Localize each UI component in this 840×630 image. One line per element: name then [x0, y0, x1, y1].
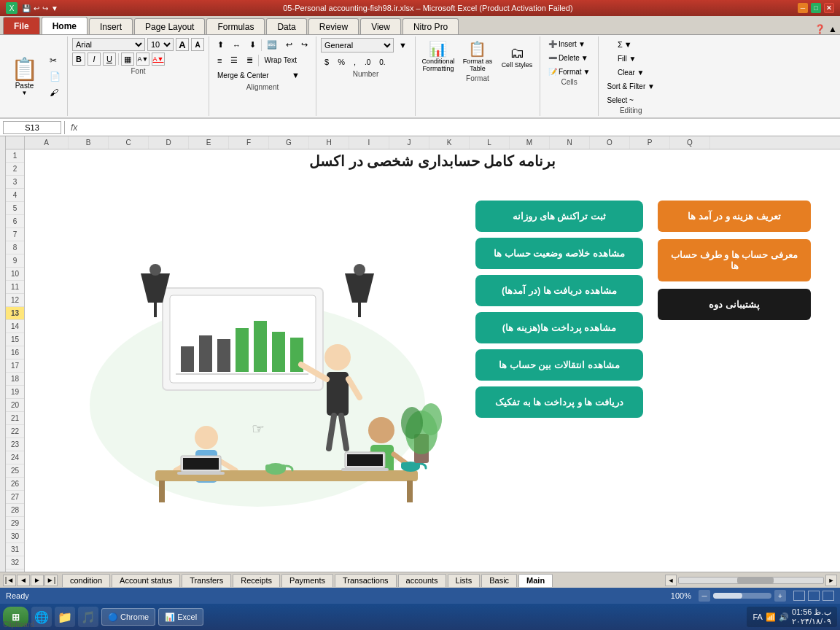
minimize-button[interactable]: ─ — [798, 3, 808, 13]
copy-button[interactable]: 📄 — [46, 69, 64, 84]
comma-button[interactable]: , — [350, 55, 359, 69]
conditional-formatting-button[interactable]: 📊 ConditionalFormatting — [420, 38, 456, 74]
sheet-tab-accounts[interactable]: accounts — [398, 574, 446, 587]
increase-font-button[interactable]: A — [176, 38, 189, 51]
undo-icon[interactable]: ↩ — [34, 4, 39, 12]
format-as-table-button[interactable]: 📋 Format as Table — [459, 38, 496, 74]
row-18[interactable]: 18 — [6, 373, 24, 386]
col-header-M[interactable]: M — [510, 136, 550, 149]
page-layout-view-button[interactable] — [808, 591, 820, 601]
tab-file[interactable]: File — [3, 17, 40, 34]
col-header-I[interactable]: I — [349, 136, 389, 149]
row-17[interactable]: 17 — [6, 359, 24, 373]
align-right-button[interactable]: ≣ — [243, 53, 257, 67]
tab-insert[interactable]: Insert — [89, 18, 133, 34]
insert-button[interactable]: ➕ Insert ▼ — [545, 38, 594, 50]
col-header-N[interactable]: N — [550, 136, 590, 149]
col-header-Q[interactable]: Q — [670, 136, 710, 149]
row-3[interactable]: 3 — [6, 176, 24, 189]
text-direction-button[interactable]: 🔤 — [263, 38, 281, 52]
row-12[interactable]: 12 — [6, 294, 24, 307]
scroll-right-button[interactable]: ► — [825, 575, 837, 586]
row-31[interactable]: 31 — [6, 543, 24, 556]
zoom-out-button[interactable]: ─ — [699, 590, 710, 602]
col-header-H[interactable]: H — [309, 136, 349, 149]
row-2[interactable]: 2 — [6, 163, 24, 176]
row-30[interactable]: 30 — [6, 530, 24, 543]
page-break-view-button[interactable] — [822, 591, 834, 601]
underline-button[interactable]: U — [103, 52, 116, 66]
taskbar-ie-icon[interactable]: 🌐 — [31, 607, 52, 627]
format-cell-button[interactable]: 📝 Format ▼ — [545, 66, 594, 78]
merge-center-button[interactable]: Merge & Center — [214, 69, 287, 82]
col-header-C[interactable]: C — [109, 136, 149, 149]
tab-review[interactable]: Review — [308, 18, 359, 34]
decimal-dec-button[interactable]: 0. — [376, 55, 389, 69]
row-19[interactable]: 19 — [6, 386, 24, 399]
col-header-P[interactable]: P — [630, 136, 670, 149]
row-15[interactable]: 15 — [6, 333, 24, 346]
close-button[interactable]: ✕ — [824, 3, 834, 13]
tab-data[interactable]: Data — [266, 18, 306, 34]
col-header-G[interactable]: G — [269, 136, 309, 149]
paste-dropdown-icon[interactable]: ▼ — [22, 90, 28, 96]
minimize-ribbon-icon[interactable]: ▲ — [828, 24, 837, 34]
col-header-E[interactable]: E — [189, 136, 229, 149]
row-10[interactable]: 10 — [6, 268, 24, 281]
align-top-button[interactable]: ⬆ — [214, 38, 228, 52]
col-header-A[interactable]: A — [25, 136, 69, 149]
row-11[interactable]: 11 — [6, 281, 24, 294]
indent-dec-button[interactable]: ↩ — [282, 38, 296, 52]
wrap-text-button[interactable]: Wrap Text — [260, 54, 300, 66]
row-22[interactable]: 22 — [6, 425, 24, 438]
row-5[interactable]: 5 — [6, 202, 24, 215]
sheet-next-button[interactable]: ► — [31, 575, 44, 586]
clear-button[interactable]: Clear ▼ — [614, 66, 648, 79]
row-13[interactable]: 13 — [6, 307, 24, 320]
normal-view-button[interactable] — [793, 591, 805, 601]
col-header-J[interactable]: J — [389, 136, 429, 149]
align-left-button[interactable]: ≡ — [214, 54, 225, 67]
introduce-accounts-button[interactable]: معرفی حساب ها و طرف حساب ها — [658, 239, 811, 281]
align-center-button[interactable]: ☰ — [227, 53, 241, 67]
sheet-prev-button[interactable]: ◄ — [17, 575, 30, 586]
autosum-button[interactable]: Σ▼ — [614, 38, 648, 51]
dropdown-icon[interactable]: ▼ — [51, 4, 58, 12]
zoom-slider[interactable] — [713, 593, 771, 599]
number-format-select[interactable]: General — [321, 38, 394, 52]
horizontal-scrollbar[interactable] — [678, 577, 824, 584]
find-select-button[interactable]: Select ~ — [603, 94, 658, 106]
tab-nitro[interactable]: Nitro Pro — [402, 18, 459, 34]
row-8[interactable]: 8 — [6, 241, 24, 254]
row-29[interactable]: 29 — [6, 517, 24, 530]
help-icon[interactable]: ❓ — [814, 24, 825, 34]
tab-page-layout[interactable]: Page Layout — [134, 18, 205, 34]
taskbar-chrome-icon[interactable]: 🔵 Chrome — [101, 608, 155, 626]
cell-reference-input[interactable] — [3, 121, 61, 134]
sheet-tab-lists[interactable]: Lists — [448, 574, 481, 587]
paste-button[interactable]: 📋 Paste ▼ — [6, 54, 43, 98]
account-status-button[interactable]: مشاهده خلاصه وضعیت حساب ها — [475, 238, 643, 269]
col-header-F[interactable]: F — [229, 136, 269, 149]
row-32[interactable]: 32 — [6, 556, 24, 569]
taskbar-excel-app[interactable]: 📊 Excel — [158, 608, 203, 626]
tab-formulas[interactable]: Formulas — [206, 18, 265, 34]
row-23[interactable]: 23 — [6, 438, 24, 451]
formula-input[interactable] — [83, 121, 837, 134]
row-9[interactable]: 9 — [6, 254, 24, 268]
fill-color-button[interactable]: A▼ — [136, 52, 149, 66]
format-painter-button[interactable]: 🖌 — [46, 85, 64, 100]
border-button[interactable]: ▦ — [121, 52, 134, 66]
row-24[interactable]: 24 — [6, 451, 24, 464]
font-color-button[interactable]: A▼ — [152, 52, 165, 66]
tab-view[interactable]: View — [360, 18, 401, 34]
redo-icon[interactable]: ↪ — [42, 4, 48, 12]
merge-dropdown-button[interactable]: ▼ — [288, 69, 303, 82]
row-16[interactable]: 16 — [6, 346, 24, 359]
currency-button[interactable]: $ — [321, 55, 332, 69]
row-6[interactable]: 6 — [6, 215, 24, 228]
sort-filter-button[interactable]: Sort & Filter ▼ — [603, 80, 658, 93]
sheet-first-button[interactable]: |◄ — [3, 575, 16, 586]
decimal-inc-button[interactable]: .0 — [361, 55, 374, 69]
row-28[interactable]: 28 — [6, 504, 24, 517]
